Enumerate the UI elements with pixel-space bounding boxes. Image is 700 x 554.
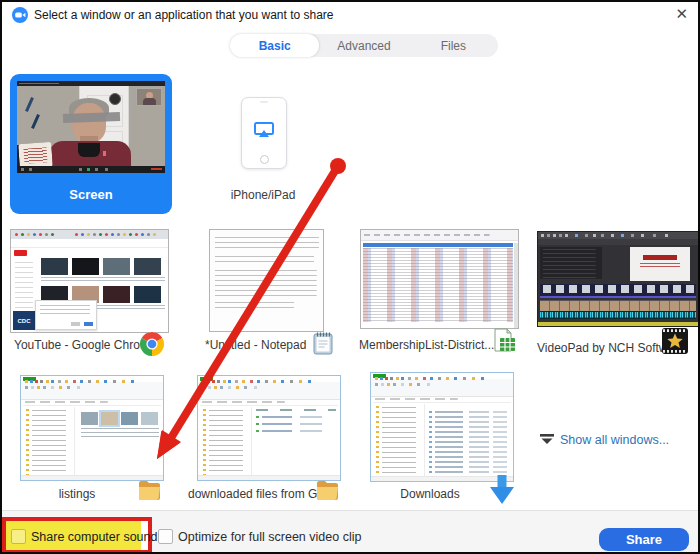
video-captions-decor xyxy=(41,277,165,284)
video-thumb-decor xyxy=(134,286,161,303)
person-badge xyxy=(103,151,106,156)
address-bar-decor xyxy=(373,397,511,403)
audio-waveform-decor xyxy=(540,311,696,319)
screen-share-tile[interactable]: Screen xyxy=(10,74,172,214)
address-bar-decor xyxy=(23,400,161,406)
show-all-windows-icon xyxy=(540,433,554,447)
self-view-thumbnail xyxy=(136,88,162,106)
photo-decor-selected xyxy=(101,412,118,425)
photo-decor xyxy=(141,412,158,425)
video-thumb-decor xyxy=(103,258,130,275)
file-list-decor xyxy=(429,407,509,473)
folder-tree-decor xyxy=(22,407,75,475)
window-tile-membershiplist[interactable] xyxy=(360,229,519,329)
film-star-icon xyxy=(662,328,688,354)
meeting-controls-decor xyxy=(21,168,24,171)
ribbon-icons-decor xyxy=(375,377,378,380)
tile-label-notepad: *Untitled - Notepad xyxy=(205,338,306,352)
show-all-windows-label: Show all windows... xyxy=(560,433,669,447)
explorer-ribbon-decor xyxy=(21,382,163,400)
ribbon-icons-decor xyxy=(375,383,378,386)
browser-favicons-decor xyxy=(15,233,18,236)
chrome-icon xyxy=(139,331,165,357)
dialog-title: Select a window or an application that y… xyxy=(34,8,334,22)
videopad-statusbar-decor xyxy=(538,322,698,326)
phone-home-button-decor xyxy=(260,155,269,164)
window-tile-notepad[interactable] xyxy=(209,229,324,332)
share-button[interactable]: Share xyxy=(599,528,689,551)
folder-tree-decor xyxy=(199,407,252,475)
ribbon-icons-decor xyxy=(202,380,205,383)
video-thumb-decor xyxy=(41,258,68,275)
videopad-toolbar-icons-decor xyxy=(541,234,544,237)
notepad-icon xyxy=(310,330,336,356)
videopad-toolbar-decor xyxy=(538,239,698,245)
tab-basic[interactable]: Basic xyxy=(230,34,319,57)
address-bar-decor xyxy=(200,400,338,406)
explorer-ribbon-decor xyxy=(198,382,340,400)
optimize-video-label: Optimize for full screen video clip xyxy=(178,530,361,544)
popup-buttons-decor xyxy=(84,322,93,326)
tile-label-listings: listings xyxy=(20,487,134,501)
iphone-tile-label: iPhone/iPad xyxy=(215,188,311,202)
screen-preview-webcam xyxy=(17,81,165,173)
scrollbar-decor xyxy=(514,243,518,328)
popup-text-decor xyxy=(40,305,90,317)
share-computer-sound-label: Share computer sound xyxy=(31,530,157,544)
download-arrow-icon xyxy=(489,474,515,506)
folder-tree-decor xyxy=(372,404,425,476)
title-bar: Select a window or an application that y… xyxy=(2,2,698,28)
screen-tile-label: Screen xyxy=(10,187,172,202)
meeting-title-decor xyxy=(19,83,59,84)
tile-label-membershiplist: MembershipList-District... xyxy=(359,338,494,352)
title-card-decor xyxy=(643,255,677,260)
file-list-decor xyxy=(256,410,336,436)
photo-decor xyxy=(81,412,98,425)
meeting-top-bar xyxy=(17,81,165,86)
window-tile-listings[interactable] xyxy=(20,375,164,481)
share-computer-sound-checkbox[interactable] xyxy=(11,529,26,544)
spreadsheet-header-row-decor xyxy=(363,243,513,247)
ribbon-icons-decor xyxy=(202,386,205,389)
spreadsheet-rows-decor xyxy=(363,248,513,322)
tab-files[interactable]: Files xyxy=(409,34,498,57)
youtube-logo-decor xyxy=(14,250,27,256)
photo-thumbnails-decor xyxy=(81,412,159,426)
cdc-logo-decor: CDC xyxy=(13,311,35,330)
person-shirt xyxy=(78,143,100,157)
show-all-windows-link[interactable]: Show all windows... xyxy=(540,433,669,447)
ribbon-icons-decor xyxy=(25,380,28,383)
meeting-control-bar xyxy=(17,166,165,173)
window-tile-videopad[interactable] xyxy=(537,231,699,327)
wall-art-decor xyxy=(31,114,40,129)
self-view-body xyxy=(143,98,156,105)
explorer-ribbon-decor xyxy=(371,379,513,397)
videopad-clipstrip-decor xyxy=(540,284,696,298)
videopad-filelist-decor xyxy=(540,247,602,279)
browser-tabstrip-decor xyxy=(11,230,168,239)
spreadsheet-icon xyxy=(491,327,517,353)
videopad-preview-decor xyxy=(630,247,690,281)
folder-icon xyxy=(137,477,161,503)
window-tile-youtube[interactable]: CDC xyxy=(10,229,169,333)
tab-bar: Basic Advanced Files xyxy=(230,34,498,57)
title-card-text-decor xyxy=(640,263,680,269)
zoom-app-icon xyxy=(12,7,28,23)
iphone-ipad-tile[interactable] xyxy=(241,97,287,169)
tile-label-youtube: YouTube - Google Chro... xyxy=(14,338,150,352)
videopad-menubar-decor xyxy=(538,232,698,239)
notification-popup-decor xyxy=(35,300,97,330)
optimize-video-checkbox[interactable] xyxy=(158,529,173,544)
window-tile-downloaded-files[interactable] xyxy=(197,375,341,481)
tile-label-downloads: Downloads xyxy=(370,487,490,501)
wall-art-decor xyxy=(25,97,34,112)
phone-speaker-decor xyxy=(260,101,268,103)
close-icon[interactable]: ✕ xyxy=(675,6,688,22)
airplay-icon xyxy=(254,122,274,138)
window-tile-downloads[interactable] xyxy=(370,372,514,482)
browser-toolbar-decor xyxy=(11,239,168,248)
tab-advanced[interactable]: Advanced xyxy=(319,34,408,57)
video-thumb-decor xyxy=(72,258,99,275)
tile-label-downloaded-files: downloaded files from G... xyxy=(188,487,327,501)
ribbon-icons-decor xyxy=(25,386,28,389)
